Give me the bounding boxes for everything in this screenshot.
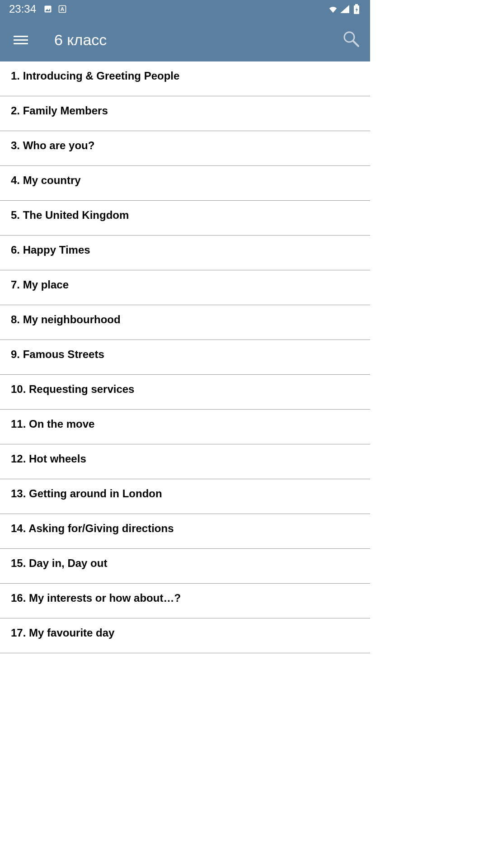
- lesson-item[interactable]: 1. Introducing & Greeting People: [0, 61, 370, 96]
- app-bar: 6 класс: [0, 18, 370, 61]
- status-icons-left: A: [43, 5, 67, 14]
- lesson-item[interactable]: 3. Who are you?: [0, 131, 370, 166]
- lesson-item[interactable]: 16. My interests or how about…?: [0, 584, 370, 618]
- lesson-item[interactable]: 12. Hot wheels: [0, 444, 370, 479]
- status-icons-right: [328, 5, 361, 14]
- lesson-item[interactable]: 11. On the move: [0, 410, 370, 444]
- wifi-icon: [328, 5, 338, 14]
- lesson-item[interactable]: 18. Teenage Life in Britain: [0, 653, 370, 658]
- svg-text:A: A: [61, 6, 65, 12]
- svg-rect-3: [355, 4, 358, 5]
- svg-rect-0: [45, 6, 52, 13]
- menu-button[interactable]: [9, 31, 33, 49]
- status-time: 23:34: [9, 3, 36, 15]
- search-button[interactable]: [338, 25, 365, 54]
- lesson-item[interactable]: 17. My favourite day: [0, 618, 370, 653]
- image-icon: [43, 5, 52, 14]
- lesson-item[interactable]: 4. My country: [0, 166, 370, 201]
- lesson-list: 1. Introducing & Greeting People2. Famil…: [0, 61, 370, 658]
- lesson-item[interactable]: 2. Family Members: [0, 96, 370, 131]
- lesson-item[interactable]: 14. Asking for/Giving directions: [0, 514, 370, 549]
- page-title: 6 класс: [54, 31, 107, 49]
- battery-icon: [352, 5, 361, 14]
- lesson-item[interactable]: 13. Getting around in London: [0, 479, 370, 514]
- search-icon: [342, 30, 360, 48]
- lesson-item[interactable]: 9. Famous Streets: [0, 340, 370, 375]
- hamburger-icon: [14, 36, 28, 37]
- svg-line-6: [353, 41, 358, 46]
- lesson-item[interactable]: 10. Requesting services: [0, 375, 370, 410]
- signal-icon: [340, 5, 349, 14]
- lesson-item[interactable]: 6. Happy Times: [0, 236, 370, 270]
- lesson-item[interactable]: 7. My place: [0, 270, 370, 305]
- lesson-item[interactable]: 5. The United Kingdom: [0, 201, 370, 236]
- status-left: 23:34 A: [9, 3, 67, 15]
- lesson-item[interactable]: 15. Day in, Day out: [0, 549, 370, 584]
- lesson-item[interactable]: 8. My neighbourhood: [0, 305, 370, 340]
- status-bar: 23:34 A: [0, 0, 370, 18]
- text-icon: A: [58, 5, 67, 14]
